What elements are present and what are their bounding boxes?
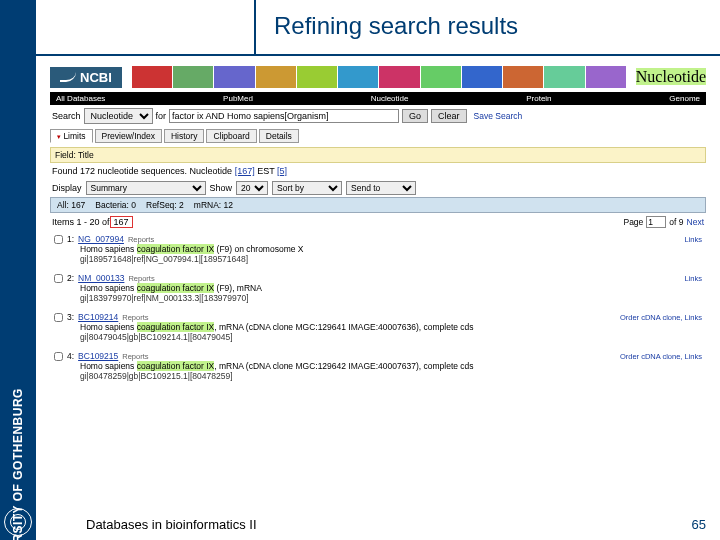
result-index: 4:: [67, 351, 74, 361]
title-left-cell: [36, 0, 256, 54]
result-accession-link[interactable]: NG_007994: [78, 234, 124, 244]
tab-clipboard[interactable]: Clipboard: [206, 129, 256, 143]
search-for-label: for: [156, 111, 167, 121]
university-brand-stripe: UNIVERSITY OF GOTHENBURG: [0, 0, 36, 540]
go-button[interactable]: Go: [402, 109, 428, 123]
result-accession-link[interactable]: BC109214: [78, 312, 118, 322]
result-item: 4: BC109215ReportsOrder cDNA clone, Link…: [50, 348, 706, 387]
cat-refseq[interactable]: RefSeq: 2: [146, 200, 184, 210]
footer-course-name: Databases in bioinformatics II: [86, 517, 257, 532]
next-page-link[interactable]: Next: [687, 217, 704, 227]
tab-limits[interactable]: ▾ Limits: [50, 129, 93, 143]
result-reports-link[interactable]: Reports: [122, 352, 148, 361]
result-links[interactable]: Links: [684, 274, 702, 283]
result-gi: gi|189571648|ref|NG_007994.1|[189571648]: [54, 254, 702, 264]
found-summary: Found 172 nucleotide sequences. Nucleoti…: [50, 163, 706, 179]
result-links[interactable]: Links: [684, 235, 702, 244]
search-db-select[interactable]: Nucleotide: [84, 108, 153, 124]
university-seal-icon: [4, 508, 32, 536]
result-description: Homo sapiens coagulation factor IX (F9) …: [54, 244, 702, 254]
result-gi: gi|80479045|gb|BC109214.1|[80479045]: [54, 332, 702, 342]
display-select[interactable]: Summary: [86, 181, 206, 195]
result-reports-link[interactable]: Reports: [122, 313, 148, 322]
topnav-blackbar: All Databases PubMed Nucleotide Protein …: [50, 92, 706, 105]
items-total-count: 167: [110, 216, 133, 228]
sort-by-select[interactable]: Sort by: [272, 181, 342, 195]
result-checkbox[interactable]: [54, 313, 63, 322]
footer-page-number: 65: [692, 517, 706, 532]
result-accession-link[interactable]: NM_000133: [78, 273, 124, 283]
search-label: Search: [52, 111, 81, 121]
send-to-select[interactable]: Send to: [346, 181, 416, 195]
slide-title-bar: Refining search results: [36, 0, 720, 56]
nav-pubmed[interactable]: PubMed: [217, 92, 259, 105]
found-nucleotide-link[interactable]: [167]: [235, 166, 255, 176]
result-description: Homo sapiens coagulation factor IX, mRNA…: [54, 361, 702, 371]
ncbi-logo: NCBI: [50, 67, 122, 88]
save-search-link[interactable]: Save Search: [474, 111, 523, 121]
page-number-input[interactable]: [646, 216, 666, 228]
result-item: 3: BC109214ReportsOrder cDNA clone, Link…: [50, 309, 706, 348]
result-item: 1: NG_007994ReportsLinksHomo sapiens coa…: [50, 231, 706, 270]
result-index: 2:: [67, 273, 74, 283]
search-query-input[interactable]: [169, 109, 399, 123]
result-index: 1:: [67, 234, 74, 244]
down-arrow-icon: ▾: [57, 133, 61, 140]
page-of-label: of 9: [669, 217, 683, 227]
nucleotide-heading: Nucleotide: [636, 68, 706, 86]
ncbi-screenshot: NCBI Nucleotide All Databases PubMed Nuc…: [36, 56, 720, 387]
category-bar: All: 167 Bacteria: 0 RefSeq: 2 mRNA: 12: [50, 197, 706, 213]
result-reports-link[interactable]: Reports: [128, 235, 154, 244]
cat-all[interactable]: All: 167: [57, 200, 85, 210]
field-title-bar: Field: Title: [50, 147, 706, 163]
tab-history[interactable]: History: [164, 129, 204, 143]
nav-nucleotide[interactable]: Nucleotide: [365, 92, 415, 105]
result-gi: gi|183979970|ref|NM_000133.3|[183979970]: [54, 293, 702, 303]
result-gi: gi|80478259|gb|BC109215.1|[80478259]: [54, 371, 702, 381]
cat-bacteria[interactable]: Bacteria: 0: [95, 200, 136, 210]
clear-button[interactable]: Clear: [431, 109, 467, 123]
dna-banner-icon: [132, 66, 626, 88]
result-checkbox[interactable]: [54, 274, 63, 283]
nav-genome[interactable]: Genome: [663, 92, 706, 105]
result-description: Homo sapiens coagulation factor IX (F9),…: [54, 283, 702, 293]
items-range-label: Items 1 - 20 of: [52, 217, 110, 227]
tab-details[interactable]: Details: [259, 129, 299, 143]
result-links[interactable]: Order cDNA clone, Links: [620, 352, 702, 361]
result-checkbox[interactable]: [54, 352, 63, 361]
result-checkbox[interactable]: [54, 235, 63, 244]
nav-protein[interactable]: Protein: [520, 92, 557, 105]
display-label: Display: [52, 183, 82, 193]
page-label: Page: [623, 217, 643, 227]
ncbi-swoosh-icon: [60, 72, 76, 82]
result-links[interactable]: Order cDNA clone, Links: [620, 313, 702, 322]
show-label: Show: [210, 183, 233, 193]
result-index: 3:: [67, 312, 74, 322]
slide-title: Refining search results: [256, 0, 720, 54]
result-accession-link[interactable]: BC109215: [78, 351, 118, 361]
nav-all-databases[interactable]: All Databases: [50, 92, 111, 105]
result-reports-link[interactable]: Reports: [128, 274, 154, 283]
found-est-link[interactable]: [5]: [277, 166, 287, 176]
result-description: Homo sapiens coagulation factor IX, mRNA…: [54, 322, 702, 332]
tab-preview-index[interactable]: Preview/Index: [95, 129, 162, 143]
show-count-select[interactable]: 20: [236, 181, 268, 195]
result-item: 2: NM_000133ReportsLinksHomo sapiens coa…: [50, 270, 706, 309]
ncbi-logo-text: NCBI: [80, 70, 112, 85]
cat-mrna[interactable]: mRNA: 12: [194, 200, 233, 210]
